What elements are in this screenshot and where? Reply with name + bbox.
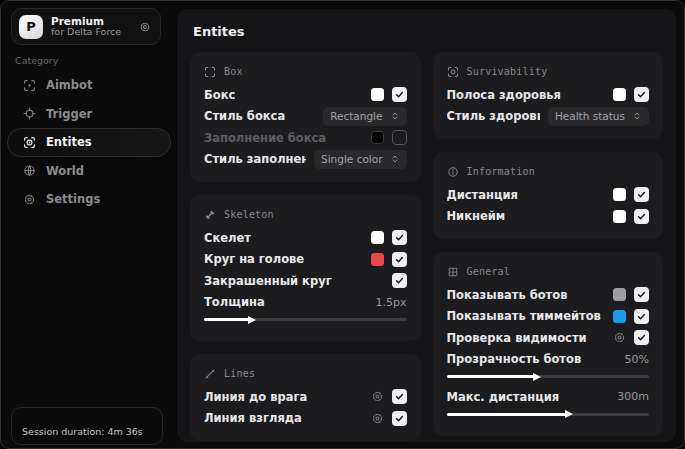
section-card: InformationДистанцияНикнейм — [433, 152, 664, 239]
gear-icon[interactable] — [371, 412, 384, 425]
setting-label: Дистанция — [447, 188, 518, 202]
select-row: Стиль заполненияSingle color — [204, 149, 407, 171]
sidebar-item-aimbot[interactable]: Aimbot — [7, 71, 171, 100]
color-swatch[interactable] — [613, 210, 626, 223]
checkbox[interactable] — [634, 209, 649, 224]
slider-label-row: Прозрачность ботов50% — [447, 349, 650, 371]
slider-label-row: Макс. дистанция300m — [447, 386, 650, 408]
sidebar-item-entites[interactable]: Entites — [7, 128, 171, 157]
toggle-row: Скелет — [204, 227, 407, 249]
dropdown[interactable]: Health status — [548, 107, 649, 126]
gear-icon[interactable] — [139, 21, 151, 33]
setting-label: Показывать ботов — [447, 288, 568, 302]
checkbox[interactable] — [634, 330, 649, 345]
world-icon — [23, 164, 36, 177]
checkbox[interactable] — [392, 273, 407, 288]
survivability-icon — [447, 66, 459, 78]
gear-icon[interactable] — [371, 390, 384, 403]
row-controls — [613, 209, 649, 224]
setting-label: Проверка видимости — [447, 331, 587, 345]
toggle-row: Круг на голове — [204, 249, 407, 271]
info-icon — [447, 166, 459, 178]
checkbox[interactable] — [392, 389, 407, 404]
section-card: SurvivabilityПолоса здоровьяСтиль здоров… — [433, 52, 664, 139]
cards-area: BoxБоксСтиль боксаRectangleЗаполнение бо… — [190, 52, 663, 441]
checkbox[interactable] — [392, 252, 407, 267]
slider-thumb[interactable] — [248, 316, 256, 324]
color-swatch[interactable] — [613, 288, 626, 301]
toggle-row: Проверка видимости — [447, 327, 650, 349]
toggle-row: Закрашенный круг — [204, 270, 407, 292]
sidebar-nav: AimbotTriggerEntitesWorldSettings — [1, 71, 177, 214]
toggle-row: Дистанция — [447, 184, 650, 206]
dropdown-value: Rectangle — [330, 110, 382, 122]
section-title: Survivability — [467, 66, 548, 77]
slider-value: 50% — [625, 353, 649, 366]
setting-label: Толщина — [204, 295, 265, 309]
section-header: Information — [447, 161, 650, 182]
color-swatch[interactable] — [613, 188, 626, 201]
color-swatch[interactable] — [371, 131, 384, 144]
card-column: BoxБоксСтиль боксаRectangleЗаполнение бо… — [190, 52, 421, 441]
section-header: Skeleton — [204, 204, 407, 225]
card-column: SurvivabilityПолоса здоровьяСтиль здоров… — [433, 52, 664, 436]
sidebar-item-label: Settings — [46, 192, 100, 206]
checkbox[interactable] — [634, 187, 649, 202]
app-window: P Premium for Delta Force Category Aimbo… — [0, 0, 685, 449]
unfold-icon — [390, 154, 400, 164]
checkbox[interactable] — [634, 309, 649, 324]
row-controls — [371, 252, 407, 267]
sidebar-item-settings[interactable]: Settings — [7, 185, 171, 214]
slider[interactable] — [447, 413, 650, 416]
section-title: Skeleton — [224, 209, 274, 220]
setting-label: Полоса здоровья — [447, 88, 561, 102]
slider[interactable] — [447, 375, 650, 378]
gear-icon[interactable] — [613, 331, 626, 344]
slider-value: 1.5px — [376, 296, 407, 309]
section-card: GeneralПоказывать ботовПоказывать тиммей… — [433, 252, 664, 436]
color-swatch[interactable] — [371, 253, 384, 266]
brand-card[interactable]: P Premium for Delta Force — [11, 8, 161, 45]
row-controls — [371, 389, 407, 404]
setting-label: Прозрачность ботов — [447, 352, 582, 366]
aimbot-icon — [23, 79, 36, 92]
checkbox[interactable] — [634, 87, 649, 102]
dropdown-value: Health status — [555, 110, 625, 122]
color-swatch[interactable] — [371, 88, 384, 101]
checkbox[interactable] — [392, 130, 407, 145]
sidebar-item-world[interactable]: World — [7, 157, 171, 186]
entities-icon — [23, 136, 36, 149]
checkbox[interactable] — [392, 230, 407, 245]
setting-label: Линия взгляда — [204, 411, 302, 425]
color-swatch[interactable] — [371, 231, 384, 244]
brand-subtitle: for Delta Force — [51, 27, 131, 38]
setting-label: Стиль здоровья — [447, 109, 540, 123]
setting-label: Показывать тиммейтов — [447, 309, 601, 323]
skeleton-icon — [204, 209, 216, 221]
sidebar-item-trigger[interactable]: Trigger — [7, 100, 171, 129]
section-card: BoxБоксСтиль боксаRectangleЗаполнение бо… — [190, 52, 421, 182]
row-controls — [371, 130, 407, 145]
setting-label: Линия до врага — [204, 390, 307, 404]
box-icon — [204, 66, 216, 78]
toggle-row: Заполнение бокса — [204, 127, 407, 149]
sidebar-item-label: World — [46, 164, 84, 178]
section-title: Lines — [224, 368, 255, 379]
setting-label: Никнейм — [447, 209, 506, 223]
checkbox[interactable] — [392, 411, 407, 426]
color-swatch[interactable] — [613, 310, 626, 323]
checkbox[interactable] — [392, 87, 407, 102]
toggle-row: Бокс — [204, 84, 407, 106]
checkbox[interactable] — [634, 287, 649, 302]
dropdown[interactable]: Rectangle — [323, 107, 406, 126]
toggle-row: Линия взгляда — [204, 408, 407, 430]
slider-thumb[interactable] — [565, 410, 573, 418]
setting-label: Скелет — [204, 231, 251, 245]
color-swatch[interactable] — [613, 88, 626, 101]
dropdown[interactable]: Single color — [314, 150, 406, 169]
slider[interactable] — [204, 318, 407, 321]
toggle-row: Показывать ботов — [447, 284, 650, 306]
slider-thumb[interactable] — [533, 373, 541, 381]
row-controls — [613, 330, 649, 345]
session-duration: Session duration: 4m 36s — [22, 426, 143, 437]
